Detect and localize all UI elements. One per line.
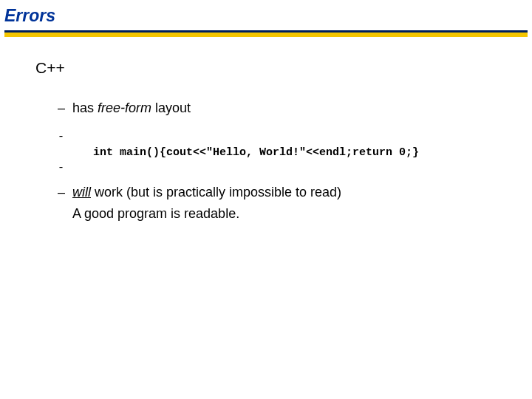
text-span: work (but is practically impossible to r… [91, 185, 341, 200]
bullet-text: has free-form layout [72, 99, 191, 117]
content-area: C++ – has free-form layout - int main(){… [0, 37, 532, 222]
text-span: layout [151, 100, 191, 115]
bullet-text: will work (but is practically impossible… [72, 183, 341, 202]
bullet-dash: – [58, 100, 72, 116]
text-span: has [72, 100, 98, 115]
code-dash: - [58, 131, 72, 143]
italic-text: free-form [98, 100, 151, 115]
underline-text: will [72, 185, 91, 200]
code-empty-row: - [58, 131, 532, 143]
title-area: Errors [0, 0, 532, 37]
slide: Errors C++ – has free-form layout - int … [0, 0, 532, 399]
bullet-item: – will work (but is practically impossib… [58, 183, 532, 202]
code-row: int main(){cout<<"Hello, World!"<<endl;r… [58, 146, 532, 159]
bullet-list: – has free-form layout - int main(){cout… [35, 99, 532, 222]
title-underline [4, 30, 528, 37]
code-dash: - [58, 162, 72, 174]
sub-bullet-text: A good program is readable. [58, 206, 532, 222]
spacer [58, 122, 532, 128]
bullet-dash: – [58, 185, 72, 200]
spacer [58, 177, 532, 183]
bullet-item: – has free-form layout [58, 99, 532, 117]
code-snippet: int main(){cout<<"Hello, World!"<<endl;r… [72, 146, 419, 159]
section-heading: C++ [35, 59, 532, 77]
code-empty-row: - [58, 162, 532, 174]
slide-title: Errors [4, 6, 528, 26]
